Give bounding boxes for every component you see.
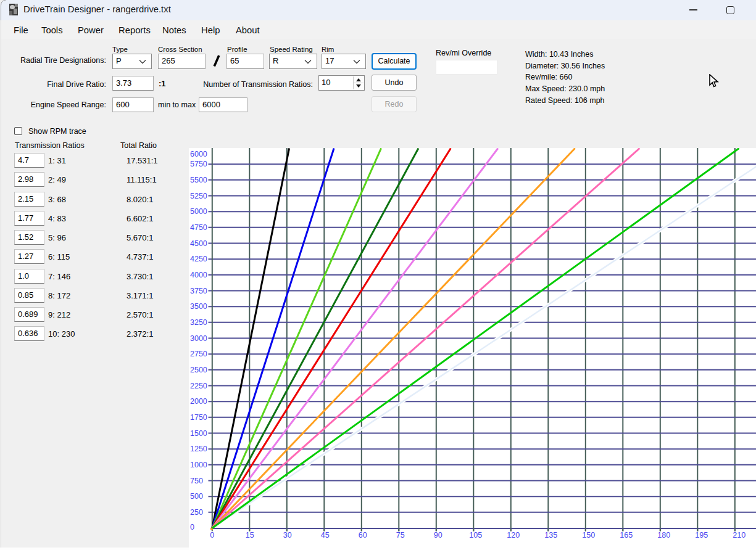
svg-text:0: 0 [210,531,214,540]
svg-text:120: 120 [507,531,520,540]
svg-text:5750: 5750 [190,160,207,168]
svg-text:4000: 4000 [190,271,207,279]
svg-text:45: 45 [321,531,330,540]
svg-text:4500: 4500 [190,239,207,248]
svg-text:75: 75 [396,531,405,540]
svg-text:0: 0 [190,523,194,532]
svg-text:15: 15 [246,531,254,540]
svg-text:1750: 1750 [190,413,207,422]
svg-text:150: 150 [582,531,595,540]
svg-text:2500: 2500 [190,366,207,374]
svg-text:250: 250 [190,508,203,517]
svg-text:30: 30 [283,531,292,540]
svg-text:1500: 1500 [190,429,207,438]
svg-text:2750: 2750 [190,350,207,358]
svg-text:3750: 3750 [190,287,207,295]
svg-text:60: 60 [359,531,367,540]
svg-text:90: 90 [434,531,442,540]
svg-text:5500: 5500 [190,176,207,184]
svg-text:6000: 6000 [190,150,207,158]
svg-text:210: 210 [733,531,746,540]
svg-text:5250: 5250 [190,192,207,200]
svg-text:4750: 4750 [190,223,207,232]
svg-text:105: 105 [469,531,482,540]
svg-text:3500: 3500 [190,302,207,311]
svg-text:2250: 2250 [190,382,207,390]
svg-text:135: 135 [544,531,557,540]
svg-text:180: 180 [657,531,670,540]
svg-text:195: 195 [695,531,708,540]
svg-text:500: 500 [190,492,203,501]
svg-text:1000: 1000 [190,461,207,469]
svg-text:165: 165 [620,531,633,540]
svg-text:3000: 3000 [190,334,207,343]
svg-text:4250: 4250 [190,255,207,263]
svg-text:750: 750 [190,477,203,485]
svg-text:5000: 5000 [190,207,207,216]
svg-text:3250: 3250 [190,318,207,327]
svg-text:1250: 1250 [190,445,207,453]
svg-text:2000: 2000 [190,397,207,406]
